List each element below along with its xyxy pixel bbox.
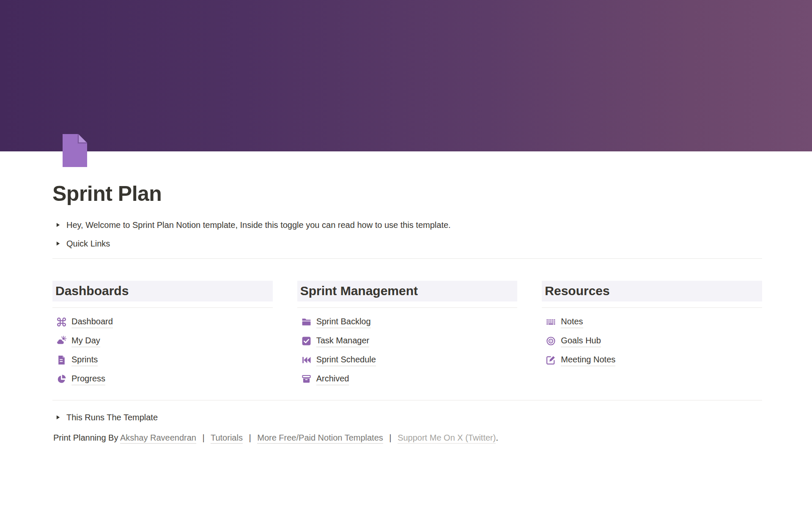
credits-line: Print Planning By Akshay Raveendran | Tu… [53,431,762,444]
keyboard-icon [546,317,556,327]
divider [542,307,762,308]
page-title[interactable]: Sprint Plan [52,181,762,206]
separator: | [249,433,251,442]
toggle-runs-template[interactable]: This Runs The Template [52,408,762,427]
column-dashboards: Dashboards Dashboard [52,281,273,389]
toggle-welcome-label: Hey, Welcome to Sprint Plan Notion templ… [66,219,451,231]
link-label: Notes [561,316,583,328]
divider [52,400,762,400]
link-label: Dashboard [71,316,113,328]
page-cover [0,0,812,151]
link-label: Archived [316,373,349,385]
page-link-sprints[interactable]: Sprints [56,351,98,370]
page-link-meeting-notes[interactable]: Meeting Notes [546,351,615,370]
pie-chart-icon [56,374,67,384]
column-header-dashboards: Dashboards [52,281,273,301]
target-icon [546,336,556,346]
folder-icon [301,317,312,327]
toggle-triangle-icon[interactable] [52,220,63,230]
author-link[interactable]: Akshay Raveendran [120,433,196,444]
link-label: Goals Hub [561,335,601,347]
page-link-goals-hub[interactable]: Goals Hub [546,332,601,351]
column-header-resources: Resources [542,281,762,301]
separator: | [203,433,205,442]
column-sprint-management: Sprint Management Sprint Backlog [297,281,518,389]
page-link-sprint-backlog[interactable]: Sprint Backlog [301,312,371,332]
command-icon [56,317,67,327]
checkbox-icon [301,336,312,346]
columns-section: Dashboards Dashboard [52,281,762,389]
page-link-progress[interactable]: Progress [56,370,105,389]
toggle-triangle-icon[interactable] [52,412,63,422]
document-icon [56,355,67,365]
more-templates-link[interactable]: More Free/Paid Notion Templates [257,433,383,444]
page-link-dashboard[interactable]: Dashboard [56,312,113,332]
page-icon-document[interactable] [61,134,89,167]
toggle-quick-links-label: Quick Links [66,237,110,250]
support-twitter-link[interactable]: Support Me On X (Twitter) [398,433,496,444]
column-header-sprint-management: Sprint Management [297,281,518,301]
page-body: Sprint Plan Hey, Welcome to Sprint Plan … [0,181,812,444]
column-resources: Resources Notes [542,281,762,389]
link-label: Sprint Backlog [316,316,371,328]
page-link-notes[interactable]: Notes [546,312,583,332]
page-link-task-manager[interactable]: Task Manager [301,332,370,351]
separator: | [389,433,391,442]
toggle-triangle-icon[interactable] [52,238,63,249]
credits-prefix: Print Planning By [53,433,118,442]
sun-cloud-icon [56,336,67,346]
tutorials-link[interactable]: Tutorials [211,433,243,444]
page-link-sprint-schedule[interactable]: Sprint Schedule [301,351,376,370]
link-label: Sprints [71,354,98,366]
divider [52,307,273,308]
divider [52,258,762,259]
divider [297,307,518,308]
link-label: Meeting Notes [561,354,615,366]
toggle-runs-template-label: This Runs The Template [66,411,158,424]
toggle-quick-links[interactable]: Quick Links [52,234,762,253]
link-label: My Day [71,335,100,347]
page-link-my-day[interactable]: My Day [56,332,100,351]
page-link-archived[interactable]: Archived [301,370,349,389]
credits-suffix: . [496,433,498,442]
link-label: Sprint Schedule [316,354,376,366]
link-label: Progress [71,373,105,385]
skip-back-icon [301,355,312,365]
archive-icon [301,374,312,384]
toggle-welcome[interactable]: Hey, Welcome to Sprint Plan Notion templ… [52,216,762,234]
link-label: Task Manager [316,335,370,347]
edit-icon [546,355,556,365]
